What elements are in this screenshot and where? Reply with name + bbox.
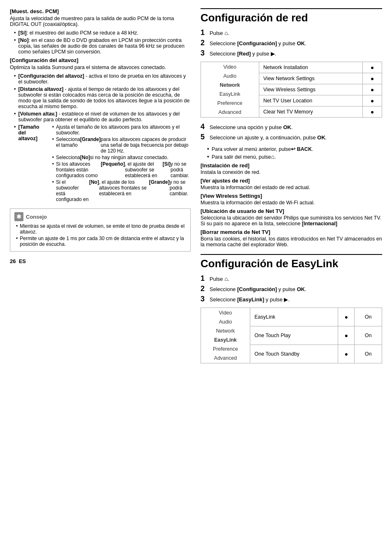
onetouch-play-dot: ●	[338, 326, 355, 345]
altavoz-body: Optimiza la salida Surround para el sist…	[10, 65, 191, 70]
home-icon-2: ⌂	[271, 153, 274, 160]
sub-no: Selecciona [No] si no hay ningún altavoz…	[52, 155, 191, 160]
easylink-step-1: 1 Pulse ⌂.	[201, 274, 382, 283]
onetouch-play-label: One Touch Play	[250, 326, 338, 345]
tip-header: ✱ Consejo	[14, 212, 186, 221]
menu-audio: Audio	[205, 73, 255, 79]
borrar-body: Borra las cookies, el historial, los dat…	[201, 236, 382, 247]
ver-ajustes-body: Muestra la información del estado de red…	[201, 185, 382, 190]
altavoz-heading: [Configuración del altavoz]	[10, 57, 191, 63]
menu-preference: Preference	[205, 100, 255, 106]
bullet-volumen: [Volumen altav.] - establece el nivel de…	[14, 111, 191, 123]
instalacion-body: Instala la conexión de red.	[201, 169, 382, 175]
easylink-menu-audio: Audio	[205, 319, 246, 325]
easylink-item-label: EasyLink	[250, 308, 338, 326]
network-install-dot: ●	[362, 62, 382, 73]
altavoz-section: [Configuración del altavoz] Optimiza la …	[10, 57, 191, 204]
net-tv-label: Net TV User Location	[259, 95, 362, 106]
net-tv-dot: ●	[362, 95, 382, 106]
bullet-no: [No]: en el caso de BD o DVD grabados en…	[14, 37, 191, 55]
borrar-head: [Borrar memoria de Net TV]	[201, 229, 382, 235]
easylink-menu-network: Network	[205, 328, 246, 334]
table-row-video: Video Audio Network EasyLink Preference …	[201, 62, 382, 73]
step-1: 1 Pulse ⌂.	[201, 28, 382, 37]
tip-icon: ✱	[14, 212, 23, 221]
bullet-config: [Configuración del altavoz] - activa el …	[14, 73, 191, 85]
menu-video: Video	[205, 64, 255, 70]
ubicacion-body: Selecciona la ubicación del servidor Phi…	[201, 215, 382, 227]
easylink-menu-easylink: EasyLink	[205, 337, 246, 343]
home-icon-1: ⌂	[224, 30, 228, 36]
onetouch-standby-label: One Touch Standby	[250, 345, 338, 363]
view-wireless-label: View Wireless Settings	[259, 84, 362, 95]
menu-network: Network	[205, 82, 255, 88]
ver-ajustes-head: [Ver ajustes de red]	[201, 178, 382, 184]
view-wireless-body: Muestra la información del estado de Wi-…	[201, 200, 382, 206]
tip-item-2: Permite un ajuste de 1 ms por cada 30 cm…	[16, 236, 186, 247]
section-red-title: Configuración de red	[201, 8, 382, 24]
tip-item-1: Mientras se ajusta el nivel de volumen, …	[16, 223, 186, 235]
easylink-step-2: 2 Seleccione [Configuración] y pulse OK.	[201, 284, 382, 293]
easylink-menu-advanced: Advanced	[205, 355, 246, 361]
network-install-label: Network Installation	[259, 62, 362, 73]
sub-subwoofer: Si el subwoofer está configurado en [No]…	[52, 179, 191, 202]
note-back: Para volver al menú anterior, pulse ↩ BA…	[207, 146, 382, 152]
clear-net-label: Clear Net TV Memory	[259, 106, 362, 118]
note-home: Para salir del menú, pulse ⌂.	[207, 153, 382, 160]
muest-section: [Muest. desc. PCM] Ajusta la velocidad d…	[10, 8, 191, 55]
muest-bullets: [Sí]: el muestreo del audio PCM se reduc…	[14, 30, 191, 55]
network-menu-items: Video Audio Network EasyLink Preference …	[201, 62, 259, 118]
clear-net-dot: ●	[362, 106, 382, 118]
view-network-dot: ●	[362, 73, 382, 84]
bullet-distancia: [Distancia altavoz] - ajusta el tiempo d…	[14, 86, 191, 109]
muest-heading: [Muest. desc. PCM]	[10, 8, 191, 14]
instalacion-head: [Instalación de red]	[201, 162, 382, 169]
home-icon-3: ⌂	[224, 275, 228, 282]
steps-continued: 4 Seleccione una opción y pulse OK. 5 Se…	[201, 123, 382, 141]
view-wireless-dot: ●	[362, 84, 382, 95]
onetouch-play-value: On	[355, 326, 382, 345]
page-number: 26 ES	[10, 258, 191, 264]
view-network-label: View Network Settings	[259, 73, 362, 84]
easylink-step-3: 3 Seleccione [EasyLink] y pulse ▶.	[201, 295, 382, 303]
bullet-si: [Sí]: el muestreo del audio PCM se reduc…	[14, 30, 191, 36]
steps-easylink: 1 Pulse ⌂. 2 Seleccione [Configuración] …	[201, 274, 382, 303]
tip-box: ✱ Consejo Mientras se ajusta el nivel de…	[10, 208, 191, 252]
menu-easylink: EasyLink	[205, 91, 255, 97]
onetouch-standby-value: On	[355, 345, 382, 363]
step-2: 2 Seleccione [Configuración] y pulse OK.	[201, 39, 382, 47]
easylink-table-row-easylink: Video Audio Network EasyLink Preference …	[201, 308, 382, 326]
left-column: [Muest. desc. PCM] Ajusta la velocidad d…	[10, 8, 191, 264]
sub-grande: Selecciona el tamaño [Grande] para los a…	[52, 136, 191, 154]
section-easylink-title: Configuración de EasyLink	[201, 254, 382, 270]
bullet-tamano: [Tamaño del altavoz] Ajusta el tamaño de…	[14, 124, 191, 204]
view-wireless-head: [View Wireless Settings]	[201, 193, 382, 199]
section-red: Configuración de red 1 Pulse ⌂. 2 Selecc…	[201, 8, 382, 247]
onetouch-standby-dot: ●	[338, 345, 355, 363]
step-4: 4 Seleccione una opción y pulse OK.	[201, 123, 382, 131]
right-column: Configuración de red 1 Pulse ⌂. 2 Selecc…	[201, 8, 382, 368]
sub-ajusta: Ajusta el tamaño de los altavoces para l…	[52, 124, 191, 136]
easylink-menu-video: Video	[205, 310, 246, 316]
easylink-menu-preference: Preference	[205, 346, 246, 352]
section-easylink: Configuración de EasyLink 1 Pulse ⌂. 2 S…	[201, 254, 382, 363]
steps-red: 1 Pulse ⌂. 2 Seleccione [Configuración] …	[201, 28, 382, 58]
tip-list: Mientras se ajusta el nivel de volumen, …	[16, 223, 186, 247]
tamano-subbullets: Ajusta el tamaño de los altavoces para l…	[52, 124, 191, 203]
step-notes: Para volver al menú anterior, pulse ↩ BA…	[207, 146, 382, 160]
step-5: 5 Seleccione un ajuste y, a continuación…	[201, 133, 382, 141]
easylink-menu-table: Video Audio Network EasyLink Preference …	[201, 308, 382, 363]
menu-advanced: Advanced	[205, 109, 255, 115]
sub-pequeno: Si los altavoces frontales están configu…	[52, 161, 191, 178]
altavoz-bullets: [Configuración del altavoz] - activa el …	[14, 73, 191, 204]
step-3: 3 Seleccione [Red] y pulse ▶.	[201, 49, 382, 58]
tip-label: Consejo	[26, 214, 47, 220]
easylink-item-value: On	[355, 308, 382, 326]
easylink-menu-items: Video Audio Network EasyLink Preference …	[201, 308, 250, 363]
network-menu-table: Video Audio Network EasyLink Preference …	[201, 62, 382, 118]
easylink-item-dot: ●	[338, 308, 355, 326]
muest-body: Ajusta la velocidad de muestreo para la …	[10, 16, 191, 27]
ubicacion-head: [Ubicación de usuario de Net TV]	[201, 208, 382, 214]
